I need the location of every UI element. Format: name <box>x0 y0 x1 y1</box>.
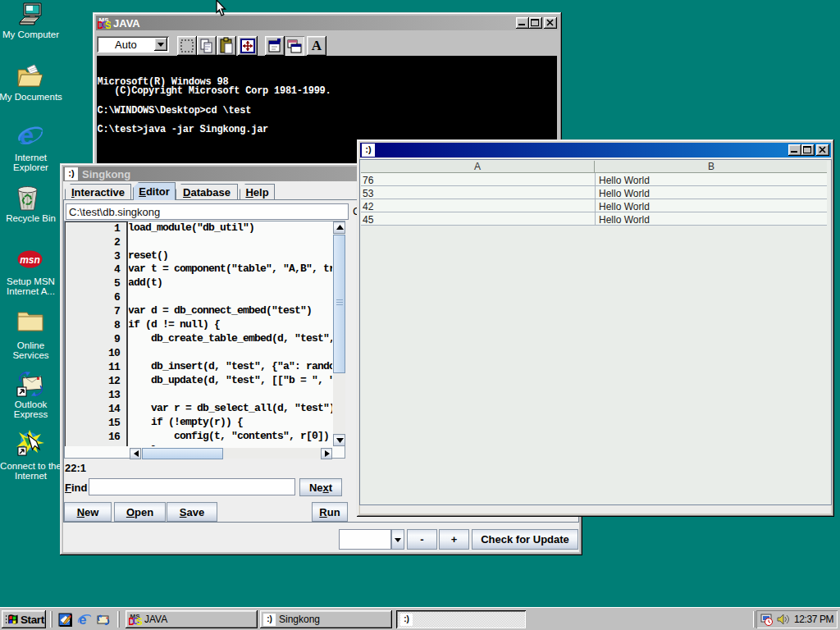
svg-text:e: e <box>79 612 86 627</box>
svg-text:S: S <box>105 20 111 30</box>
svg-text:S: S <box>136 616 142 626</box>
svg-text:msn: msn <box>20 254 40 266</box>
svg-text:e: e <box>20 121 34 149</box>
